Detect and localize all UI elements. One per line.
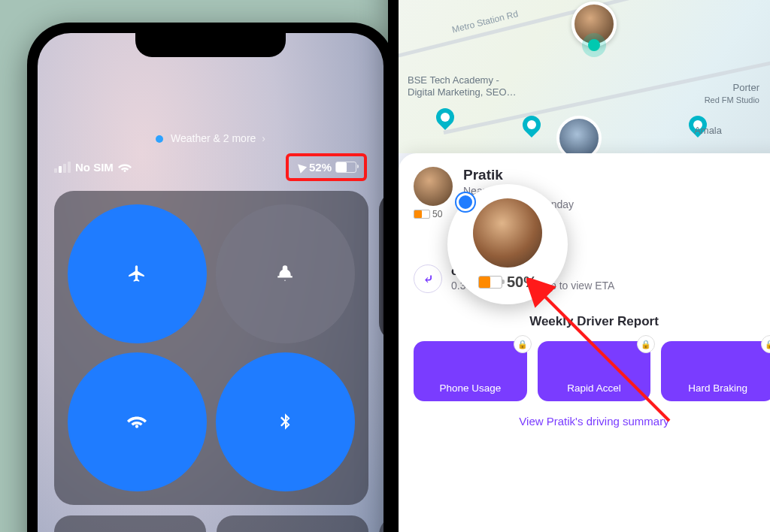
status-left: No SIM [54, 161, 132, 174]
ios-control-center: Weather & 2 more › No SIM 52% [38, 33, 383, 532]
map-location-pulse-icon [588, 39, 600, 51]
location-dot-icon [156, 135, 163, 143]
control-center-grid: Not Playing [54, 191, 367, 532]
report-card-rapid-accel[interactable]: 🔒Rapid Accel [538, 341, 651, 401]
airplane-mode-toggle[interactable] [68, 204, 207, 343]
avatar-column: 50 [414, 167, 453, 222]
battery-callout-bubble: 50% [447, 184, 568, 304]
battery-icon [414, 210, 430, 219]
battery-icon [478, 276, 502, 289]
report-card-phone-usage[interactable]: 🔒Phone Usage [414, 341, 527, 401]
media-module[interactable]: Not Playing [379, 191, 383, 342]
right-phone: Metro Station Rd BSE Tech Academy -Digit… [388, 0, 770, 532]
callout-battery-pct: 50% [507, 274, 537, 291]
carrier-label: No SIM [75, 161, 114, 174]
more-apps-indicator[interactable]: Weather & 2 more › [38, 132, 383, 144]
connectivity-module[interactable] [54, 191, 368, 505]
chevron-right-icon: › [262, 132, 265, 144]
notch [135, 33, 286, 57]
wifi-icon [118, 161, 132, 174]
map-road-label: Metro Station Rd [451, 8, 520, 35]
status-bar: No SIM 52% [54, 153, 367, 181]
tracking-dot-icon [456, 193, 474, 211]
cellular-data-toggle[interactable] [216, 204, 355, 343]
left-phone: Weather & 2 more › No SIM 52% [27, 23, 394, 532]
battery-pct: 52% [309, 161, 332, 174]
lock-icon: 🔒 [514, 335, 532, 353]
report-card-hard-braking[interactable]: 🔒Hard Braking [661, 341, 770, 401]
person-name: Pratik [463, 167, 770, 183]
callout-battery: 50% [478, 274, 537, 291]
brightness-slider[interactable] [379, 515, 383, 532]
lock-icon: 🔒 [761, 335, 770, 353]
screen-mirroring-button[interactable] [217, 515, 368, 532]
more-apps-label: Weather & 2 more [171, 132, 256, 144]
bottom-sheet[interactable]: 50 Pratik Near C 85 Since 2:10 pm, Monda… [399, 153, 770, 532]
tile-row-1 [54, 515, 368, 532]
map-poi-label: PorterRed FM Studio [705, 82, 759, 107]
map-poi-label: Amala [694, 125, 722, 137]
wifi-toggle[interactable] [68, 352, 207, 491]
report-cards: 🔒Phone Usage 🔒Rapid Accel 🔒Hard Braking [414, 341, 770, 401]
map-poi-label: BSE Tech Academy -Digital Marketing, SEO… [408, 74, 517, 99]
map-view[interactable]: Metro Station Rd BSE Tech Academy -Digit… [399, 0, 770, 153]
bluetooth-toggle[interactable] [216, 352, 355, 491]
location-arrow-icon [295, 161, 307, 173]
cell-signal-icon [54, 162, 71, 173]
lock-icon: 🔒 [637, 335, 655, 353]
battery-icon [335, 162, 356, 173]
battery-highlight-box: 52% [286, 153, 367, 181]
person-battery-chip: 50 [414, 209, 442, 219]
map-pin-icon[interactable] [432, 104, 458, 130]
driving-summary-link[interactable]: View Pratik's driving summary [414, 415, 770, 428]
orientation-lock-toggle[interactable] [54, 515, 206, 532]
callout-avatar [473, 198, 542, 268]
route-icon[interactable]: ⤶ [414, 264, 442, 293]
report-heading: Weekly Driver Report [414, 314, 770, 329]
person-avatar [414, 167, 453, 206]
